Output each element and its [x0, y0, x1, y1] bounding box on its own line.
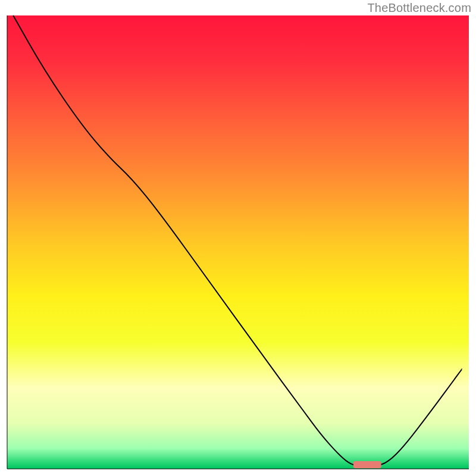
- watermark-label: TheBottleneck.com: [367, 1, 471, 15]
- chart-svg: [0, 0, 476, 476]
- plot-area: [7, 15, 469, 469]
- bottleneck-chart: TheBottleneck.com: [0, 0, 476, 476]
- optimal-marker: [353, 461, 381, 468]
